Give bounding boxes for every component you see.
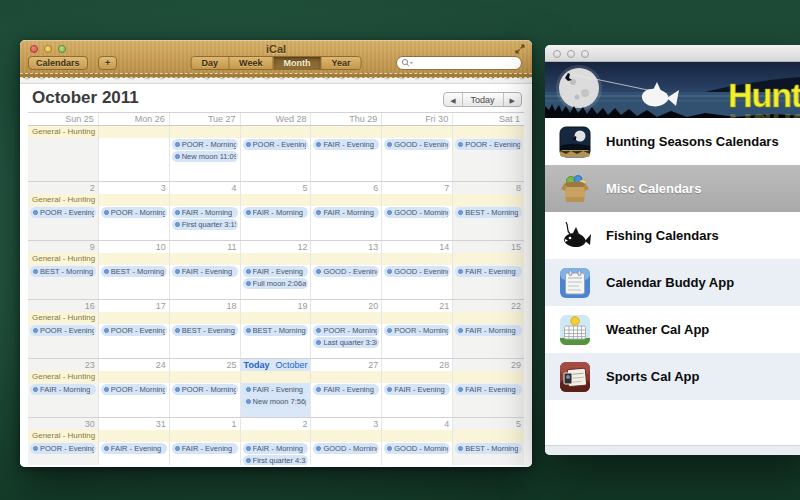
all-day-event-band[interactable] bbox=[241, 312, 311, 324]
all-day-event-band[interactable] bbox=[382, 194, 452, 206]
day-cell[interactable]: 24POOR - Morning bbox=[99, 359, 170, 417]
day-cell[interactable]: 5FAIR - Morning bbox=[241, 182, 312, 240]
event-pill[interactable]: FAIR - Evening bbox=[313, 139, 379, 150]
day-cell[interactable]: GOOD - Evening bbox=[382, 126, 453, 181]
day-cell[interactable]: 15FAIR - Evening bbox=[453, 241, 524, 299]
close-button-inactive[interactable] bbox=[553, 50, 561, 58]
event-pill[interactable]: New moon 11:09am bbox=[172, 151, 238, 162]
all-day-event-band[interactable]: General - Hunting bbox=[28, 312, 98, 324]
event-pill[interactable]: FAIR - Evening bbox=[243, 384, 309, 395]
all-day-event-band[interactable] bbox=[311, 312, 381, 324]
day-cell[interactable]: 30General - HuntingPOOR - Evening bbox=[28, 418, 99, 465]
day-cell[interactable]: 2General - HuntingPOOR - Evening bbox=[28, 182, 99, 240]
day-cell[interactable]: 3GOOD - Morning bbox=[311, 418, 382, 465]
all-day-event-band[interactable] bbox=[453, 312, 524, 324]
all-day-event-band[interactable] bbox=[99, 253, 169, 265]
day-cell[interactable]: 4FAIR - MorningFirst quarter 3:15am bbox=[170, 182, 241, 240]
all-day-event-band[interactable] bbox=[99, 430, 169, 442]
all-day-event-band[interactable] bbox=[311, 194, 381, 206]
event-pill[interactable]: FAIR - Evening bbox=[384, 384, 450, 395]
all-day-event-band[interactable] bbox=[241, 430, 311, 442]
all-day-event-band[interactable] bbox=[241, 126, 311, 138]
day-cell[interactable]: 25POOR - Morning bbox=[170, 359, 241, 417]
add-calendar-button[interactable]: + bbox=[98, 56, 117, 70]
event-pill[interactable]: FAIR - Evening bbox=[243, 266, 309, 277]
all-day-event-band[interactable] bbox=[453, 371, 524, 383]
event-pill[interactable]: POOR - Morning bbox=[313, 325, 379, 336]
all-day-event-band[interactable] bbox=[99, 371, 169, 383]
event-pill[interactable]: POOR - Evening bbox=[30, 207, 96, 218]
day-cell[interactable]: 1FAIR - Evening bbox=[170, 418, 241, 465]
view-tab-year[interactable]: Year bbox=[321, 57, 360, 69]
day-cell[interactable]: 11FAIR - Evening bbox=[170, 241, 241, 299]
search-input[interactable] bbox=[413, 58, 517, 68]
all-day-event-band[interactable] bbox=[241, 194, 311, 206]
event-pill[interactable]: FAIR - Evening bbox=[455, 384, 522, 395]
event-pill[interactable]: New moon 7:56pm bbox=[243, 396, 309, 407]
day-cell[interactable]: 23General - HuntingFAIR - Morning bbox=[28, 359, 99, 417]
day-cell[interactable]: 14GOOD - Evening bbox=[382, 241, 453, 299]
day-cell[interactable]: FAIR - Evening bbox=[311, 126, 382, 181]
day-cell[interactable]: 28FAIR - Evening bbox=[382, 359, 453, 417]
all-day-event-band[interactable] bbox=[311, 371, 381, 383]
all-day-event-band[interactable] bbox=[453, 194, 524, 206]
day-cell[interactable]: 4GOOD - Morning bbox=[382, 418, 453, 465]
event-pill[interactable]: POOR - Evening bbox=[30, 325, 96, 336]
day-cell[interactable]: 31FAIR - Evening bbox=[99, 418, 170, 465]
day-cell[interactable]: 3POOR - Morning bbox=[99, 182, 170, 240]
view-tab-month[interactable]: Month bbox=[273, 57, 321, 69]
all-day-event-band[interactable] bbox=[382, 312, 452, 324]
day-cell[interactable]: POOR - Evening bbox=[241, 126, 312, 181]
event-pill[interactable]: POOR - Morning bbox=[172, 139, 238, 150]
event-pill[interactable]: FAIR - Evening bbox=[172, 266, 238, 277]
day-cell[interactable]: General - Hunting bbox=[28, 126, 99, 181]
event-pill[interactable]: FAIR - Morning bbox=[243, 207, 309, 218]
all-day-event-band[interactable] bbox=[311, 126, 381, 138]
all-day-event-band[interactable] bbox=[170, 371, 240, 383]
list-item-fishing-calendars[interactable]: Fishing Calendars bbox=[545, 212, 800, 259]
today-button[interactable]: Today bbox=[463, 93, 504, 106]
all-day-event-band[interactable] bbox=[382, 253, 452, 265]
day-cell[interactable]: 19BEST - Morning bbox=[241, 300, 312, 358]
zoom-button-inactive[interactable] bbox=[581, 50, 589, 58]
event-pill[interactable]: FAIR - Evening bbox=[313, 384, 379, 395]
day-cell[interactable]: 16General - HuntingPOOR - Evening bbox=[28, 300, 99, 358]
list-item-hunting-seasons-calendars[interactable]: Hunting Seasons Calendars bbox=[545, 118, 800, 165]
all-day-event-band[interactable] bbox=[241, 371, 311, 383]
event-pill[interactable]: POOR - Evening bbox=[30, 443, 96, 454]
day-cell[interactable]: 22FAIR - Morning bbox=[453, 300, 524, 358]
event-pill[interactable]: BEST - Evening bbox=[172, 325, 238, 336]
event-pill[interactable]: FAIR - Morning bbox=[313, 207, 379, 218]
day-cell[interactable]: 29FAIR - Evening bbox=[453, 359, 524, 417]
all-day-event-band[interactable] bbox=[382, 126, 452, 138]
day-cell[interactable]: 12FAIR - EveningFull moon 2:06am bbox=[241, 241, 312, 299]
event-pill[interactable]: FAIR - Morning bbox=[172, 207, 238, 218]
event-pill[interactable]: POOR - Evening bbox=[101, 325, 167, 336]
day-cell[interactable]: 17POOR - Evening bbox=[99, 300, 170, 358]
day-cell[interactable]: 9General - HuntingBEST - Morning bbox=[28, 241, 99, 299]
all-day-event-band[interactable] bbox=[311, 253, 381, 265]
day-cell[interactable]: 27FAIR - Evening bbox=[311, 359, 382, 417]
list-item-misc-calendars[interactable]: Misc Calendars bbox=[545, 165, 800, 212]
list-item-sports-cal-app[interactable]: Sports Cal App bbox=[545, 353, 800, 400]
view-tab-day[interactable]: Day bbox=[192, 57, 230, 69]
event-pill[interactable]: POOR - Morning bbox=[172, 384, 238, 395]
calendars-button[interactable]: Calendars bbox=[28, 56, 88, 70]
all-day-event-band[interactable] bbox=[170, 194, 240, 206]
all-day-event-band[interactable] bbox=[311, 430, 381, 442]
fullscreen-icon[interactable] bbox=[515, 44, 525, 54]
event-pill[interactable]: FAIR - Morning bbox=[243, 443, 309, 454]
event-pill[interactable]: POOR - Morning bbox=[101, 384, 167, 395]
prev-month-button[interactable]: ◀ bbox=[444, 93, 462, 106]
day-cell[interactable]: POOR - Evening bbox=[453, 126, 524, 181]
minimize-button-inactive[interactable] bbox=[567, 50, 575, 58]
all-day-event-band[interactable] bbox=[170, 430, 240, 442]
all-day-event-band[interactable] bbox=[99, 312, 169, 324]
all-day-event-band[interactable] bbox=[453, 253, 524, 265]
event-pill[interactable]: GOOD - Morning bbox=[313, 443, 379, 454]
event-pill[interactable]: GOOD - Evening bbox=[313, 266, 379, 277]
all-day-event-band[interactable]: General - Hunting bbox=[28, 194, 98, 206]
view-tab-week[interactable]: Week bbox=[229, 57, 273, 69]
day-cell[interactable]: 7GOOD - Morning bbox=[382, 182, 453, 240]
day-cell[interactable]: 2FAIR - MorningFirst quarter 4:38pm bbox=[241, 418, 312, 465]
